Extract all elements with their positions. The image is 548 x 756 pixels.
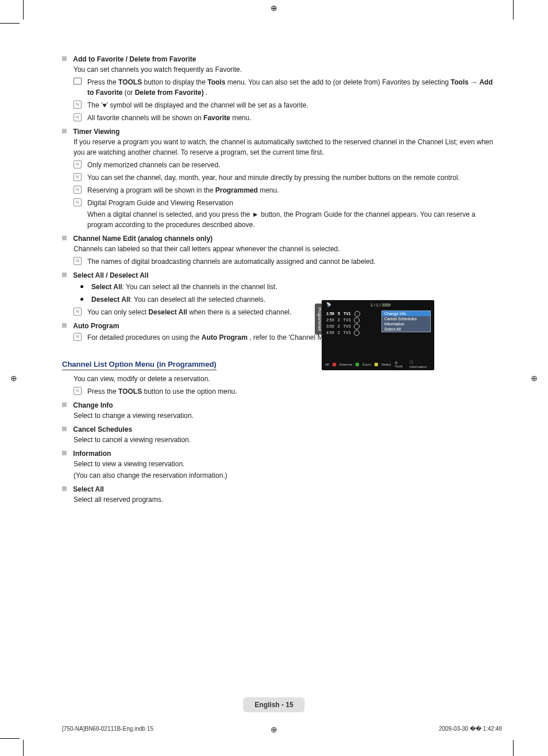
section-desc: Select to change a viewing reservation. xyxy=(74,410,499,421)
note-icon: N xyxy=(74,308,82,316)
tv-menu-item: Information xyxy=(382,321,430,327)
registration-mark-icon: ⊕ xyxy=(10,374,17,383)
section-bullet-icon xyxy=(62,129,67,133)
note-icon: N xyxy=(74,257,82,265)
note-icon: N xyxy=(74,387,82,395)
section-desc: If you reserve a program you want to wat… xyxy=(74,137,499,158)
section-bullet-icon xyxy=(62,402,67,407)
section-title: Timer Viewing xyxy=(73,128,119,136)
crop-mark xyxy=(23,0,24,20)
tv-date: 1 / 1 / 2009 xyxy=(371,303,391,307)
section-bullet-icon xyxy=(62,427,67,431)
tv-tab-label: Programmed xyxy=(315,304,322,335)
tv-antenna-icon: 📡 xyxy=(326,302,331,307)
doc-timestamp: 2009-03-30 �� 1:42:48 xyxy=(439,726,502,732)
section-desc: Channels can labeled so that their call … xyxy=(74,244,499,254)
clock-icon xyxy=(354,324,360,329)
registration-mark-icon: ⊕ xyxy=(271,725,277,734)
tv-menu-item: Change Info xyxy=(382,311,430,316)
section-title: Select All xyxy=(73,485,104,493)
bullet-icon xyxy=(80,285,83,288)
section-bullet-icon xyxy=(62,273,67,277)
section-desc: Select to cancel a viewing reservation. xyxy=(74,435,499,445)
clock-icon xyxy=(354,311,360,317)
note-icon: N xyxy=(74,333,82,341)
section-bullet-icon xyxy=(62,323,67,328)
note-icon: N xyxy=(74,101,82,109)
clock-icon xyxy=(354,330,360,336)
tv-footer: All Antenna Zoom Select ⚙ Tools ⓘ Inform… xyxy=(325,360,431,369)
tv-menu-item: Cancel Schedules xyxy=(382,316,430,321)
section-desc: You can set channels you watch frequentl… xyxy=(74,64,499,75)
crop-mark xyxy=(513,740,514,756)
note-icon: N xyxy=(74,113,82,121)
page-footer-label: English - 15 xyxy=(243,697,304,712)
note-icon: N xyxy=(74,173,82,181)
note-text: Press the TOOLS button to use the option… xyxy=(87,386,237,397)
note-text: Digital Program Guide and Viewing Reserv… xyxy=(87,198,233,208)
doc-filename: [750-NA]BN68-02111B-Eng.indb 15 xyxy=(62,726,153,732)
crop-mark xyxy=(0,23,20,24)
registration-mark-icon: ⊕ xyxy=(271,3,277,13)
tv-menu-item: Select All xyxy=(382,327,430,332)
note-icon: N xyxy=(74,198,82,206)
tv-menu-illustration: Programmed 📡 1 / 1 / 2009 1:595TV1 2:592… xyxy=(322,300,434,370)
bullet-icon xyxy=(80,298,83,301)
note-subtext: When a digital channel is selected, and … xyxy=(87,209,499,230)
note-icon: N xyxy=(74,186,82,194)
note-text: Only memorized channels can be reserved. xyxy=(87,160,220,170)
crop-mark xyxy=(513,0,514,20)
crop-mark xyxy=(23,740,24,756)
note-text: You can only select Deselect All when th… xyxy=(87,307,291,317)
note-text: All favorite channels will be shown on F… xyxy=(87,113,252,123)
note-text: Reserving a program will be shown in the… xyxy=(87,185,279,195)
section-title: Auto Program xyxy=(73,322,119,330)
clock-icon xyxy=(354,317,360,323)
remote-icon xyxy=(74,78,82,85)
section-desc: Select to view a viewing reservation. xyxy=(74,459,499,469)
section-bullet-icon xyxy=(62,236,67,240)
note-text: The names of digital broadcasting channe… xyxy=(87,256,376,267)
note-text: Press the TOOLS button to display the To… xyxy=(87,77,499,98)
section-title: Change Info xyxy=(73,401,113,409)
note-icon: N xyxy=(74,160,82,168)
section-title: Add to Favorite / Delete from Favorite xyxy=(73,55,196,63)
note-text: The '♥' symbol will be displayed and the… xyxy=(87,100,308,110)
section-title: Information xyxy=(73,450,111,458)
bullet-text: Select All: You can select all the chann… xyxy=(91,282,277,292)
registration-mark-icon: ⊕ xyxy=(531,374,538,383)
section-bullet-icon xyxy=(62,486,67,491)
section-desc: (You can also change the reservation inf… xyxy=(74,470,499,481)
section-title: Select All / Deselect All xyxy=(73,271,148,279)
section-desc: Select all reserved programs. xyxy=(74,494,499,505)
section-desc: You can view, modify or delete a reserva… xyxy=(74,374,499,384)
section-title: Cancel Schedules xyxy=(73,425,132,433)
section-bullet-icon xyxy=(62,56,67,61)
crop-mark xyxy=(0,738,20,739)
bullet-text: Deselect All: You can deselect all the s… xyxy=(91,294,265,305)
note-text: You can set the channel, day, month, yea… xyxy=(87,172,460,183)
tv-context-menu: Change Info Cancel Schedules Information… xyxy=(381,310,431,332)
subsection-heading: Channel List Option Menu (in Programmed) xyxy=(62,360,217,370)
section-bullet-icon xyxy=(62,451,67,455)
section-title: Channel Name Edit (analog channels only) xyxy=(73,235,213,243)
